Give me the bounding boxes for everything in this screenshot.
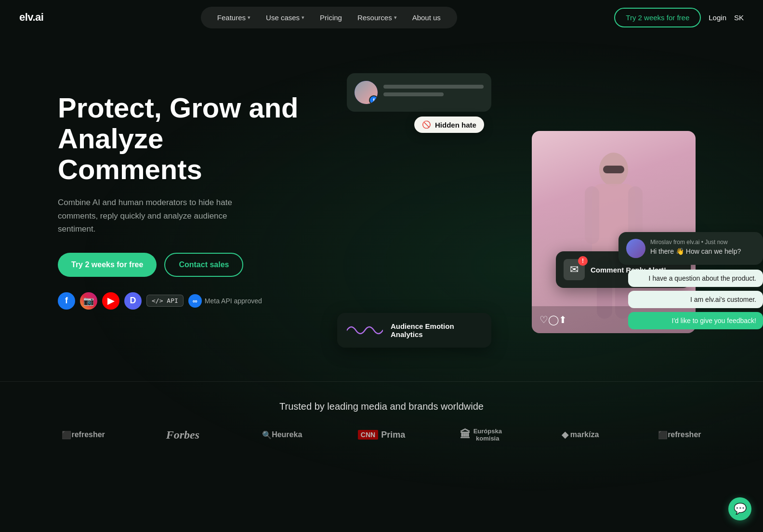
api-badge: </> API (146, 295, 184, 307)
chat-response-1[interactable]: I have a question about the product. (628, 270, 763, 287)
meta-badge: ∞ Meta API approved (188, 294, 262, 308)
notification-badge: ! (578, 256, 588, 266)
youtube-icon: ▶ (102, 292, 119, 310)
meta-icon: ∞ (188, 294, 202, 308)
refresher2-logo-icon: ⬛ (658, 430, 668, 440)
contact-sales-button[interactable]: Contact sales (164, 253, 243, 277)
login-link[interactable]: Login (709, 13, 726, 22)
chat-avatar (626, 239, 645, 258)
chevron-down-icon: ▾ (394, 14, 397, 21)
logo[interactable]: elv.ai (19, 11, 43, 24)
hero-buttons: Try 2 weeks for free Contact sales (58, 253, 299, 277)
brand-eu: 🏛 Európskakomisia (436, 428, 526, 442)
fb-line-1 (383, 85, 484, 89)
nav-menu: Features ▾ Use cases ▾ Pricing Resources… (201, 7, 457, 28)
social-badges-row: f 📷 ▶ D </> API ∞ Meta API approved (58, 292, 299, 310)
nav-features[interactable]: Features ▾ (210, 11, 257, 25)
chat-response-3[interactable]: I'd like to give you feedback! (628, 312, 763, 329)
emotion-analytics-card: Audience Emotion Analytics (337, 313, 491, 348)
search-icon: 🔍 (262, 430, 272, 440)
hero-section: Protect, Grow and Analyze Comments Combi… (0, 35, 763, 381)
chevron-down-icon: ▾ (248, 14, 250, 21)
emotion-text: Audience Emotion Analytics (391, 322, 482, 338)
hero-cta-button[interactable]: Try 2 weeks for free (58, 253, 157, 277)
discord-icon: D (124, 292, 142, 310)
fb-post-header: f (355, 81, 484, 104)
chat-widget: Miroslav from elv.ai • Just now Hi there… (618, 232, 763, 333)
avatar: f (355, 81, 378, 104)
hero-left: Protect, Grow and Analyze Comments Combi… (58, 64, 299, 310)
hero-subtitle: Combine AI and human moderators to hide … (58, 196, 241, 235)
brand-refresher: ⬛ refresher (39, 430, 128, 440)
brand-logos-row: ⬛ refresher Forbes 🔍 Heureka CNN Prima 🏛… (39, 428, 724, 442)
brand-forbes: Forbes (138, 428, 227, 441)
hidden-hate-tag: 🚫 Hidden hate (414, 117, 484, 133)
chat-content: Miroslav from elv.ai • Just now Hi there… (650, 239, 741, 255)
svg-rect-6 (603, 166, 624, 173)
emotion-wave-icon (347, 321, 383, 340)
brand-heureka: 🔍 Heureka (237, 430, 327, 440)
fb-line-2 (383, 92, 444, 96)
reply-icon-wrapper: ✉ ! (564, 259, 585, 280)
brand-markiza: ◆ markíza (535, 429, 625, 440)
comment-icon[interactable]: ◯ (548, 314, 559, 325)
trusted-title: Trusted by leading media and brands worl… (39, 401, 724, 412)
brand-cnn: CNN Prima (337, 430, 426, 440)
chat-message-bubble: Miroslav from elv.ai • Just now Hi there… (618, 232, 763, 265)
chat-support-fab[interactable]: 💬 (728, 497, 751, 520)
facebook-icon: f (58, 292, 75, 310)
nav-right: Try 2 weeks for free Login SK (614, 8, 744, 27)
nav-usecases[interactable]: Use cases ▾ (259, 11, 311, 25)
fb-post-lines (383, 85, 484, 100)
facebook-post-card: f (347, 73, 491, 112)
chevron-down-icon: ▾ (302, 14, 304, 21)
svg-rect-2 (585, 186, 599, 244)
chat-response-2[interactable]: I am elv.ai's customer. (628, 291, 763, 308)
brand-refresher-2: ⬛ refresher (635, 430, 724, 440)
nav-resources[interactable]: Resources ▾ (351, 11, 404, 25)
nav-cta-button[interactable]: Try 2 weeks for free (614, 8, 701, 27)
chat-bubble-icon: 💬 (734, 503, 747, 515)
eye-off-icon: 🚫 (422, 120, 431, 129)
nav-about[interactable]: About us (406, 11, 447, 25)
trusted-section: Trusted by leading media and brands worl… (0, 381, 763, 461)
navbar: elv.ai Features ▾ Use cases ▾ Pricing Re… (0, 0, 763, 35)
heart-icon[interactable]: ♡ (539, 314, 548, 325)
refresher-logo-icon: ⬛ (62, 430, 71, 440)
facebook-badge-icon: f (369, 95, 378, 104)
instagram-icon: 📷 (80, 292, 97, 310)
language-selector[interactable]: SK (734, 13, 744, 22)
hero-title: Protect, Grow and Analyze Comments (58, 92, 299, 184)
nav-pricing[interactable]: Pricing (313, 11, 349, 25)
share-icon[interactable]: ⬆ (559, 314, 567, 325)
